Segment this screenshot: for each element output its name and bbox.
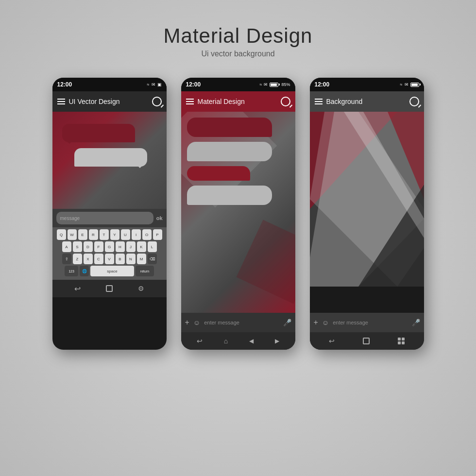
phone-2: 12:00 ≈ ✉ 85% Material Design (181, 78, 295, 350)
key-n[interactable]: N (126, 254, 136, 264)
phone1-keyboard: Q W E R T Y U I O P A S D F G (52, 227, 167, 280)
phone1-status-icons: ≈ ✉ ▣ (147, 82, 162, 87)
phone3-smiley-icon[interactable]: ☺ (322, 319, 329, 326)
page-title: Material Design (164, 24, 313, 48)
phone3-status-bar: 12:00 ≈ ✉ (310, 78, 424, 91)
phone3-search-icon[interactable] (409, 97, 419, 106)
key-w[interactable]: W (68, 229, 77, 240)
phone2-status-bar: 12:00 ≈ ✉ 85% (181, 78, 295, 91)
key-j[interactable]: J (126, 241, 136, 252)
phone1-bubble-sent (62, 124, 135, 142)
phone2-smiley-icon[interactable]: ☺ (193, 319, 200, 326)
wifi-icon3: ≈ (400, 82, 403, 87)
key-123[interactable]: 123 (65, 266, 78, 276)
key-l[interactable]: L (148, 241, 157, 252)
phone2-plus-icon[interactable]: + (185, 318, 189, 327)
phone1-back-icon[interactable]: ↩ (74, 284, 81, 293)
wifi-icon: ≈ (147, 82, 150, 87)
key-q[interactable]: Q (57, 229, 66, 240)
key-g[interactable]: G (105, 241, 114, 252)
phone3-msg-bar: + ☺ enter message 🎤 (310, 313, 424, 332)
battery-label: 85% (281, 82, 290, 87)
phone2-prev-icon[interactable]: ◀ (249, 338, 254, 344)
key-k[interactable]: K (137, 241, 146, 252)
phones-row: 12:00 ≈ ✉ ▣ UI Vector Design (52, 78, 424, 350)
wifi-icon2: ≈ (260, 82, 262, 87)
battery-icon3 (410, 83, 419, 87)
key-m[interactable]: M (137, 254, 146, 264)
key-space[interactable]: space (90, 266, 134, 276)
key-globe[interactable]: 🌐 (80, 266, 89, 276)
phone2-nav-bar: ↩ ⌂ ◀ ▶ (181, 332, 295, 350)
signal-icon3: ✉ (405, 82, 408, 87)
phone3-mic-icon[interactable]: 🎤 (412, 319, 420, 326)
phone1-home-icon[interactable] (106, 285, 113, 292)
key-d[interactable]: D (84, 241, 93, 252)
key-r[interactable]: R (89, 229, 98, 240)
phone2-home-icon[interactable]: ⌂ (224, 337, 228, 345)
key-backspace[interactable]: ⌫ (148, 254, 157, 264)
phone1-gear-icon[interactable]: ⚙ (138, 285, 144, 292)
key-i[interactable]: I (132, 229, 141, 240)
key-x[interactable]: X (84, 254, 93, 264)
key-p[interactable]: P (153, 229, 162, 240)
key-e[interactable]: E (78, 229, 87, 240)
key-s[interactable]: S (73, 241, 82, 252)
signal-icon2: ✉ (264, 82, 268, 87)
key-u[interactable]: U (121, 229, 130, 240)
phone3-plus-icon[interactable]: + (314, 318, 318, 327)
search-icon[interactable] (152, 97, 162, 106)
phone3-home-icon[interactable] (363, 338, 370, 344)
key-z[interactable]: Z (73, 254, 82, 264)
phone3-enter-msg[interactable]: enter message (333, 320, 408, 325)
phone1-msg-input[interactable]: message (56, 212, 153, 224)
phone3-time: 12:00 (315, 81, 330, 88)
phone2-app-bar: Material Design (181, 91, 295, 112)
phone1-chat-area (52, 112, 167, 209)
phone-icon: ▣ (157, 82, 162, 87)
page-header: Material Design Ui vector background (164, 24, 313, 58)
phone3-apps-icon[interactable] (398, 338, 405, 344)
phone2-bubble-sent-2 (187, 166, 250, 181)
phone3-title: Background (326, 98, 406, 105)
phone2-bubble-sent-1 (187, 118, 272, 137)
phone2-status-icons: ≈ ✉ 85% (260, 82, 290, 87)
phone3-background (310, 112, 424, 313)
key-t[interactable]: T (100, 229, 109, 240)
key-shift[interactable]: ⇧ (62, 254, 71, 264)
key-a[interactable]: A (62, 241, 71, 252)
key-y[interactable]: Y (110, 229, 119, 240)
phone1-bubble-received (74, 148, 147, 167)
phone3-back-icon[interactable]: ↩ (329, 337, 335, 345)
key-c[interactable]: C (94, 254, 103, 264)
phone2-msg-bar: + ☺ enter message 🎤 (181, 313, 295, 332)
key-h[interactable]: H (116, 241, 125, 252)
phone2-search-icon[interactable] (281, 97, 290, 106)
key-o[interactable]: O (142, 229, 152, 240)
phone2-mic-icon[interactable]: 🎤 (283, 319, 291, 326)
key-b[interactable]: B (116, 254, 125, 264)
hamburger-icon[interactable] (57, 99, 65, 104)
phone2-hamburger-icon[interactable] (186, 99, 194, 104)
key-v[interactable]: V (105, 254, 114, 264)
phone1-time: 12:00 (57, 81, 72, 88)
phone2-back-icon[interactable]: ↩ (197, 337, 203, 345)
key-return[interactable]: return (136, 266, 154, 276)
phone3-status-icons: ≈ ✉ (400, 82, 419, 87)
phone2-next-icon[interactable]: ▶ (275, 338, 279, 344)
phone-3: 12:00 ≈ ✉ Background (310, 78, 424, 350)
phone1-status-bar: 12:00 ≈ ✉ ▣ (52, 78, 167, 91)
phone3-hamburger-icon[interactable] (315, 99, 323, 104)
phone1-ok-btn[interactable]: ok (156, 215, 163, 221)
page-subtitle: Ui vector background (164, 50, 313, 58)
phone2-enter-msg[interactable]: enter message (204, 320, 279, 325)
phone2-title: Material Design (198, 98, 277, 105)
page-container: Material Design Ui vector background 12:… (0, 0, 476, 476)
kb-row-1: Q W E R T Y U I O P (53, 229, 166, 240)
material-bg-svg (310, 112, 424, 287)
phone1-nav-bar: ↩ ⚙ (52, 280, 167, 297)
phone1-msg-placeholder: message (60, 216, 80, 221)
key-f[interactable]: F (94, 241, 103, 252)
phone2-bubble-received-2 (187, 186, 272, 205)
phone2-content (181, 112, 295, 313)
